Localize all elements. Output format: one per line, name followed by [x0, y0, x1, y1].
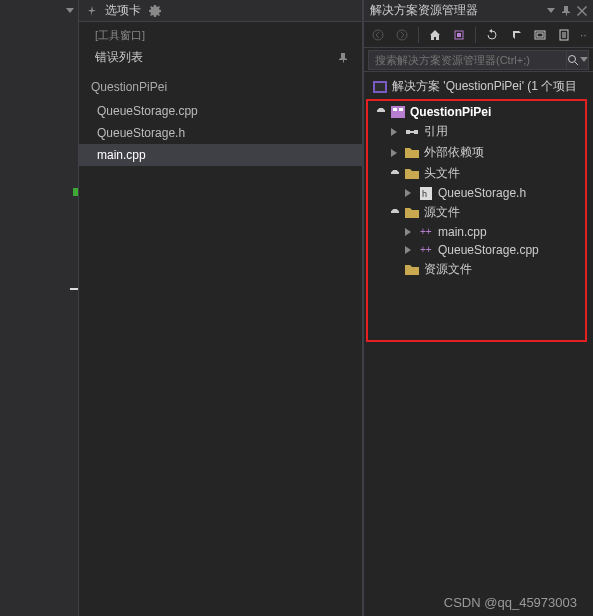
error-list-label: 错误列表 [95, 49, 143, 66]
dropdown-icon[interactable] [66, 8, 74, 13]
solution-root[interactable]: 解决方案 'QuestionPiPei' (1 个项目 [364, 76, 593, 99]
watermark: CSDN @qq_45973003 [444, 595, 577, 610]
svg-rect-5 [537, 33, 543, 37]
collapse-arrow-icon[interactable] [404, 228, 414, 236]
header-file-name: QueueStorage.h [438, 186, 526, 200]
external-deps-label: 外部依赖项 [424, 144, 484, 161]
svg-rect-12 [399, 108, 403, 111]
solution-tree: 解决方案 'QuestionPiPei' (1 个项目 QuestionPiPe… [364, 72, 593, 616]
project-icon [390, 105, 406, 119]
sources-label: 源文件 [424, 204, 460, 221]
file-group-title: QuestionPiPei [79, 76, 362, 100]
source-file-name: QueueStorage.cpp [438, 243, 539, 257]
expand-arrow-icon[interactable] [376, 108, 386, 116]
search-button[interactable] [567, 50, 589, 70]
tabs-header: 选项卡 [79, 0, 362, 22]
svg-rect-10 [391, 106, 405, 118]
references-node[interactable]: 引用 [368, 121, 585, 142]
folder-icon [404, 206, 420, 220]
folder-icon [404, 167, 420, 181]
headers-folder[interactable]: 头文件 [368, 163, 585, 184]
solution-icon [372, 80, 388, 94]
project-name: QuestionPiPei [410, 105, 491, 119]
references-label: 引用 [424, 123, 448, 140]
solution-panel-title: 解决方案资源管理器 [370, 2, 478, 19]
refresh-icon[interactable] [484, 27, 500, 43]
header-file-node[interactable]: h QueueStorage.h [368, 184, 585, 202]
highlighted-project-box: QuestionPiPei 引用 外部依赖项 [366, 99, 587, 342]
svg-point-7 [569, 55, 576, 62]
expand-arrow-icon[interactable] [390, 209, 400, 217]
cpp-file-icon: ++ [418, 243, 434, 257]
error-list-item[interactable]: 错误列表 [79, 45, 362, 72]
source-file-node[interactable]: ++ main.cpp [368, 223, 585, 241]
pin-icon[interactable] [561, 6, 571, 16]
solution-search-input[interactable] [368, 50, 567, 70]
svg-text:h: h [422, 189, 427, 199]
svg-point-0 [373, 30, 383, 40]
source-file-name: main.cpp [438, 225, 487, 239]
gear-icon[interactable] [149, 5, 161, 17]
solution-search-row [364, 48, 593, 72]
close-icon[interactable] [577, 6, 587, 16]
file-item[interactable]: QueueStorage.cpp [79, 100, 362, 122]
back-icon[interactable] [370, 27, 386, 43]
show-all-icon[interactable] [532, 27, 548, 43]
cpp-file-icon: ++ [418, 225, 434, 239]
sources-folder[interactable]: 源文件 [368, 202, 585, 223]
source-file-node[interactable]: ++ QueueStorage.cpp [368, 241, 585, 259]
collapse-arrow-icon[interactable] [404, 246, 414, 254]
forward-icon[interactable] [394, 27, 410, 43]
home-icon[interactable] [427, 27, 443, 43]
properties-icon[interactable] [556, 27, 572, 43]
resources-label: 资源文件 [424, 261, 472, 278]
collapse-arrow-icon[interactable] [390, 128, 400, 136]
folder-icon [404, 146, 420, 160]
file-item[interactable]: main.cpp [79, 144, 362, 166]
folder-icon [404, 263, 420, 277]
open-files-list: QuestionPiPei QueueStorage.cpp QueueStor… [79, 72, 362, 166]
svg-text:++: ++ [420, 244, 432, 255]
file-item[interactable]: QueueStorage.h [79, 122, 362, 144]
overflow-icon[interactable]: ·· [580, 28, 587, 42]
svg-text:++: ++ [420, 226, 432, 237]
tabs-title: 选项卡 [105, 2, 141, 19]
svg-rect-3 [457, 33, 461, 37]
dropdown-icon[interactable] [547, 8, 555, 13]
expand-arrow-icon[interactable] [390, 170, 400, 178]
solution-root-label: 解决方案 'QuestionPiPei' (1 个项目 [392, 78, 577, 95]
svg-rect-15 [409, 131, 415, 133]
pin-icon[interactable] [338, 53, 348, 63]
sync-icon[interactable] [508, 27, 524, 43]
svg-rect-9 [375, 83, 385, 91]
solution-toolbar: ·· [364, 22, 593, 48]
svg-rect-11 [393, 108, 397, 111]
solution-header: 解决方案资源管理器 [364, 0, 593, 22]
headers-label: 头文件 [424, 165, 460, 182]
collapse-arrow-icon[interactable] [404, 189, 414, 197]
h-file-icon: h [418, 186, 434, 200]
svg-point-1 [397, 30, 407, 40]
tool-window-label: [工具窗口] [79, 22, 362, 45]
solution-explorer: 解决方案资源管理器 ·· [363, 0, 593, 616]
left-gutter [0, 0, 78, 616]
scope-icon[interactable] [451, 27, 467, 43]
project-node[interactable]: QuestionPiPei [368, 103, 585, 121]
resources-folder[interactable]: 资源文件 [368, 259, 585, 280]
document-well: 选项卡 [工具窗口] 错误列表 QuestionPiPei QueueStora… [78, 0, 363, 616]
collapse-arrow-icon[interactable] [390, 149, 400, 157]
pin-icon[interactable] [87, 6, 97, 16]
references-icon [404, 125, 420, 139]
external-deps-node[interactable]: 外部依赖项 [368, 142, 585, 163]
